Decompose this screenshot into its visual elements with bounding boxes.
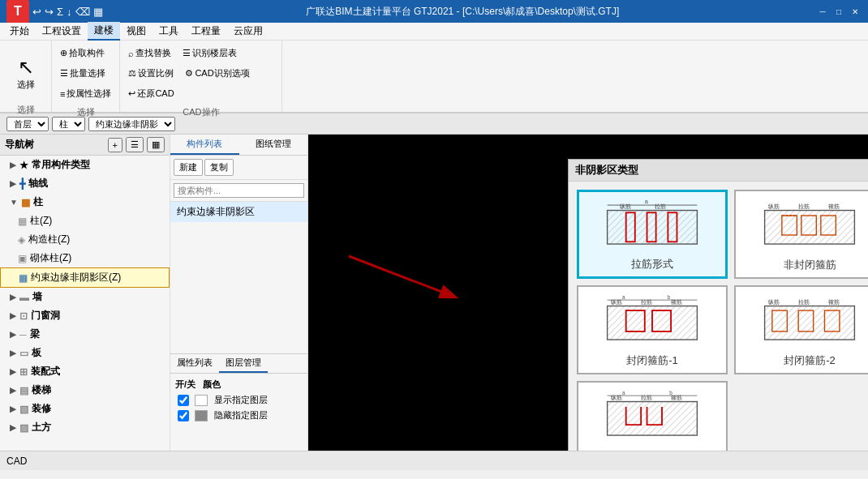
nav-column[interactable]: ▼ ▦ 柱 bbox=[0, 193, 170, 212]
type-card-lajin[interactable]: 纵筋 拉筋 a 拉筋形式 bbox=[577, 190, 728, 279]
batch-select-button[interactable]: ☰ 批量选择 bbox=[55, 64, 110, 83]
nav-axis[interactable]: ▶ ╋ 轴线 bbox=[0, 174, 170, 193]
nav-earthwork[interactable]: ▶ ▨ 土方 bbox=[0, 418, 170, 437]
copy-component-button[interactable]: 复制 bbox=[204, 159, 234, 176]
nav-list-button[interactable]: ☰ bbox=[126, 137, 144, 152]
menu-project-settings[interactable]: 工程设置 bbox=[36, 23, 88, 40]
bottom-panel: 属性列表 图层管理 开/关 颜色 显示指定图层 隐藏指定图层 bbox=[170, 353, 307, 451]
menu-tools[interactable]: 工具 bbox=[153, 23, 185, 40]
layer-show-color bbox=[195, 395, 208, 406]
card-label-fengbi1: 封闭箍筋-1 bbox=[626, 353, 678, 368]
nav-column-z[interactable]: ▦ 柱(Z) bbox=[0, 212, 170, 230]
tab-property[interactable]: 属性列表 bbox=[170, 354, 219, 373]
nav-slab[interactable]: ▶ ▭ 板 bbox=[0, 344, 170, 362]
middle-panel: 构件列表 图纸管理 新建 复制 约束边缘非阴影区 属性列表 图层管理 开/关 颜… bbox=[170, 135, 308, 451]
toolbar-del[interactable]: ⌫ bbox=[75, 6, 90, 18]
layer-header-row: 开/关 颜色 bbox=[174, 377, 304, 392]
toolbar-group-select-sub: ⊕ 拾取构件 ☰ 批量选择 ≡ 按属性选择 选择 bbox=[52, 41, 120, 112]
maximize-button[interactable]: □ bbox=[832, 5, 845, 18]
svg-text:拉筋: 拉筋 bbox=[641, 298, 652, 306]
expand-icon10: ▶ bbox=[10, 404, 16, 413]
identify-floor-button[interactable]: ☰ 识别楼层表 bbox=[178, 44, 242, 62]
toolbar-down[interactable]: ↓ bbox=[67, 6, 72, 18]
restore-cad-button[interactable]: ↩ 还原CAD bbox=[123, 84, 178, 103]
svg-text:b: b bbox=[667, 294, 670, 300]
statusbar: CAD bbox=[0, 451, 868, 470]
layer-hide-label: 隐藏指定图层 bbox=[214, 409, 268, 421]
nav-common-types[interactable]: ▶ ★ 常用构件类型 bbox=[0, 156, 170, 174]
nav-opening[interactable]: ▶ ⊡ 门窗洞 bbox=[0, 306, 170, 325]
svg-text:纵筋: 纵筋 bbox=[611, 298, 622, 306]
nav-constraint-shadow[interactable]: ▦ 约束边缘非阴影区(Z) bbox=[0, 267, 170, 288]
new-component-button[interactable]: 新建 bbox=[174, 159, 203, 176]
floor-selector[interactable]: 首层 bbox=[6, 117, 49, 131]
layer-table: 开/关 颜色 显示指定图层 隐藏指定图层 bbox=[170, 374, 307, 426]
component-type-selector[interactable]: 柱 bbox=[52, 117, 85, 131]
type-card-uxing[interactable]: 纵筋 拉筋 箍筋 a b U形箍筋-1 bbox=[577, 381, 728, 451]
nav-construct-column[interactable]: ◈ 构造柱(Z) bbox=[0, 230, 170, 249]
nav-tree-label: 导航树 bbox=[5, 138, 34, 152]
toolbar-grid[interactable]: ▦ bbox=[93, 6, 103, 18]
nav-stairs[interactable]: ▶ ▤ 楼梯 bbox=[0, 381, 170, 400]
cad-options-button[interactable]: ⚙ CAD识别选项 bbox=[180, 64, 254, 83]
card-image-lajin: 纵筋 拉筋 a bbox=[584, 197, 720, 254]
layer-hide-checkbox[interactable] bbox=[175, 410, 191, 421]
main-area: 导航树 + ☰ ▦ ▶ ★ 常用构件类型 ▶ ╋ 轴线 ▼ ▦ 柱 ▦ bbox=[0, 135, 868, 451]
menu-build[interactable]: 建楼 bbox=[88, 22, 120, 41]
menu-view[interactable]: 视图 bbox=[120, 23, 153, 40]
close-button[interactable]: ✕ bbox=[849, 5, 862, 18]
identify-floor-label: 识别楼层表 bbox=[192, 47, 237, 59]
nav-prefab[interactable]: ▶ ⊞ 装配式 bbox=[0, 362, 170, 381]
col-color: 颜色 bbox=[203, 378, 227, 391]
identify-floor-icon: ☰ bbox=[183, 48, 191, 58]
component-item-constraint[interactable]: 约束边缘非阴影区 bbox=[170, 202, 307, 222]
nav-grid-button[interactable]: ▦ bbox=[147, 137, 165, 152]
nav-masonry-column[interactable]: ▣ 砌体柱(Z) bbox=[0, 249, 170, 267]
menu-start[interactable]: 开始 bbox=[3, 23, 36, 40]
type-card-fengbi1[interactable]: 纵筋 拉筋 箍筋 a b 封闭箍筋-1 bbox=[577, 285, 728, 374]
tab-component-list[interactable]: 构件列表 bbox=[170, 135, 239, 155]
left-panel: 导航树 + ☰ ▦ ▶ ★ 常用构件类型 ▶ ╋ 轴线 ▼ ▦ 柱 ▦ bbox=[0, 135, 170, 451]
property-select-button[interactable]: ≡ 按属性选择 bbox=[55, 84, 116, 103]
svg-text:a: a bbox=[622, 390, 625, 396]
menu-cloud[interactable]: 云应用 bbox=[227, 23, 269, 40]
layer-hide-color bbox=[195, 410, 208, 421]
search-input[interactable] bbox=[174, 183, 304, 198]
toolbar-redo[interactable]: ↪ bbox=[45, 6, 54, 18]
toolbar-sum[interactable]: Σ bbox=[57, 6, 63, 18]
svg-text:拉筋: 拉筋 bbox=[655, 203, 666, 210]
toolbar-undo[interactable]: ↩ bbox=[32, 6, 41, 18]
nav-beam[interactable]: ▶ ─ 梁 bbox=[0, 325, 170, 344]
svg-text:a: a bbox=[645, 198, 649, 205]
type-card-feifengbi[interactable]: 纵筋 拉筋 箍筋 非封闭箍筋 bbox=[734, 190, 868, 279]
minimize-button[interactable]: ─ bbox=[816, 5, 829, 18]
svg-text:箍筋: 箍筋 bbox=[671, 394, 682, 401]
lajin-svg: 纵筋 拉筋 a bbox=[604, 197, 701, 254]
layer-row-show: 显示指定图层 bbox=[174, 392, 304, 408]
panel-toolbar: 新建 复制 bbox=[170, 156, 307, 180]
filter-selector[interactable]: 约束边缘非阴影 bbox=[88, 117, 175, 131]
property-select-label: 按属性选择 bbox=[67, 88, 111, 100]
layer-show-checkbox[interactable] bbox=[175, 395, 191, 406]
column-z-icon: ▦ bbox=[18, 216, 27, 227]
svg-text:纵筋: 纵筋 bbox=[768, 203, 780, 210]
menu-quantities[interactable]: 工程量 bbox=[185, 23, 227, 40]
select-button[interactable]: ↖ 选择 bbox=[3, 44, 48, 102]
cursor-icon: ↖ bbox=[18, 56, 34, 79]
type-card-fengbi2[interactable]: 纵筋 拉筋 箍筋 封闭箍筋-2 bbox=[734, 285, 868, 374]
constraint-icon: ▦ bbox=[19, 272, 28, 284]
nav-decoration[interactable]: ▶ ▧ 装修 bbox=[0, 400, 170, 418]
find-replace-button[interactable]: ⌕ 查找替换 bbox=[123, 44, 176, 62]
pick-icon: ⊕ bbox=[60, 48, 67, 58]
nav-wall[interactable]: ▶ ▬ 墙 bbox=[0, 288, 170, 306]
set-scale-button[interactable]: ⚖ 设置比例 bbox=[123, 64, 178, 83]
svg-text:箍筋: 箍筋 bbox=[671, 298, 682, 306]
wall-icon: ▬ bbox=[19, 292, 29, 303]
tab-drawing-mgmt[interactable]: 图纸管理 bbox=[239, 135, 308, 155]
nav-tree: ▶ ★ 常用构件类型 ▶ ╋ 轴线 ▼ ▦ 柱 ▦ 柱(Z) ◈ 构造柱(Z) bbox=[0, 156, 170, 451]
beam-icon: ─ bbox=[19, 329, 27, 340]
tab-layer-mgmt[interactable]: 图层管理 bbox=[219, 354, 268, 373]
col-onoff: 开/关 bbox=[175, 378, 200, 391]
pick-component-button[interactable]: ⊕ 拾取构件 bbox=[55, 44, 110, 62]
nav-add-button[interactable]: + bbox=[108, 138, 122, 152]
